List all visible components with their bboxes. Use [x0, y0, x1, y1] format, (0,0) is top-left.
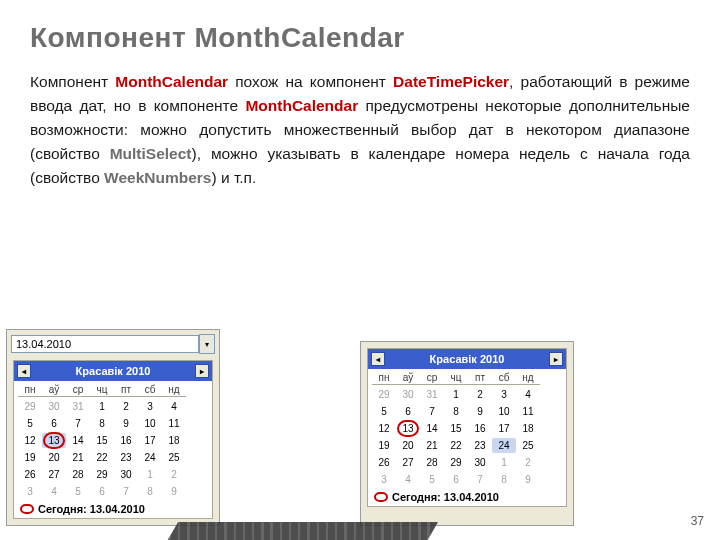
- day-cell[interactable]: 30: [42, 399, 66, 414]
- day-cell[interactable]: 19: [18, 450, 42, 465]
- day-cell[interactable]: 21: [420, 438, 444, 453]
- dow-cell: нд: [162, 382, 186, 397]
- day-cell[interactable]: 23: [114, 450, 138, 465]
- day-cell[interactable]: 4: [396, 472, 420, 487]
- day-cell[interactable]: 5: [66, 484, 90, 499]
- day-cell[interactable]: 25: [162, 450, 186, 465]
- day-cell[interactable]: 7: [420, 404, 444, 419]
- day-cell[interactable]: 19: [372, 438, 396, 453]
- day-cell[interactable]: 12: [372, 421, 396, 436]
- day-cell[interactable]: 27: [396, 455, 420, 470]
- day-cell[interactable]: 29: [372, 387, 396, 402]
- day-cell[interactable]: 5: [420, 472, 444, 487]
- day-cell[interactable]: 27: [42, 467, 66, 482]
- day-cell[interactable]: 22: [444, 438, 468, 453]
- day-cell[interactable]: 21: [66, 450, 90, 465]
- day-cell[interactable]: 26: [372, 455, 396, 470]
- day-cell[interactable]: 25: [516, 438, 540, 453]
- day-cell[interactable]: 1: [138, 467, 162, 482]
- day-cell[interactable]: 1: [492, 455, 516, 470]
- day-cell[interactable]: 2: [162, 467, 186, 482]
- day-cell[interactable]: 28: [420, 455, 444, 470]
- day-cell[interactable]: 1: [90, 399, 114, 414]
- day-cell[interactable]: 4: [162, 399, 186, 414]
- day-cell[interactable]: 5: [18, 416, 42, 431]
- day-cell[interactable]: 8: [90, 416, 114, 431]
- day-cell[interactable]: 8: [138, 484, 162, 499]
- day-cell[interactable]: 9: [516, 472, 540, 487]
- day-cell[interactable]: 14: [420, 421, 444, 436]
- day-cell[interactable]: 8: [444, 404, 468, 419]
- day-cell[interactable]: 10: [138, 416, 162, 431]
- keyword-monthcalendar: MonthCalendar: [115, 73, 228, 90]
- date-input[interactable]: [11, 335, 199, 353]
- day-cell[interactable]: 30: [468, 455, 492, 470]
- day-cell[interactable]: 3: [372, 472, 396, 487]
- day-cell[interactable]: 15: [444, 421, 468, 436]
- day-cell[interactable]: 3: [18, 484, 42, 499]
- day-cell[interactable]: 29: [18, 399, 42, 414]
- day-cell[interactable]: 20: [396, 438, 420, 453]
- next-month-button[interactable]: ▸: [195, 364, 209, 378]
- day-cell[interactable]: 10: [492, 404, 516, 419]
- dow-cell: пн: [18, 382, 42, 397]
- day-cell[interactable]: 9: [468, 404, 492, 419]
- day-cell[interactable]: 22: [90, 450, 114, 465]
- day-cell[interactable]: 6: [444, 472, 468, 487]
- day-cell[interactable]: 15: [90, 433, 114, 448]
- day-cell[interactable]: 1: [444, 387, 468, 402]
- day-cell[interactable]: 24: [138, 450, 162, 465]
- day-cell[interactable]: 17: [492, 421, 516, 436]
- today-label: Сегодня: 13.04.2010: [38, 503, 145, 515]
- day-cell[interactable]: 4: [42, 484, 66, 499]
- day-cell[interactable]: 2: [114, 399, 138, 414]
- day-cell[interactable]: 11: [162, 416, 186, 431]
- today-link[interactable]: Сегодня: 13.04.2010: [368, 488, 566, 506]
- day-cell[interactable]: 31: [66, 399, 90, 414]
- today-link[interactable]: Сегодня: 13.04.2010: [14, 500, 212, 518]
- day-cell[interactable]: 8: [492, 472, 516, 487]
- day-cell[interactable]: 7: [66, 416, 90, 431]
- day-cell[interactable]: 30: [114, 467, 138, 482]
- next-month-button[interactable]: ▸: [549, 352, 563, 366]
- day-cell[interactable]: 20: [42, 450, 66, 465]
- prev-month-button[interactable]: ◂: [17, 364, 31, 378]
- dow-cell: чц: [90, 382, 114, 397]
- day-cell[interactable]: 2: [468, 387, 492, 402]
- day-cell[interactable]: 6: [42, 416, 66, 431]
- day-cell[interactable]: 11: [516, 404, 540, 419]
- week-row: 3456789: [368, 471, 566, 488]
- day-cell[interactable]: 24: [492, 438, 516, 453]
- day-cell[interactable]: 16: [468, 421, 492, 436]
- day-cell[interactable]: 9: [162, 484, 186, 499]
- day-cell[interactable]: 13: [396, 421, 420, 436]
- day-cell[interactable]: 29: [444, 455, 468, 470]
- prev-month-button[interactable]: ◂: [371, 352, 385, 366]
- day-cell[interactable]: 6: [90, 484, 114, 499]
- day-cell[interactable]: 12: [18, 433, 42, 448]
- dropdown-button[interactable]: ▾: [199, 334, 215, 354]
- day-cell[interactable]: 30: [396, 387, 420, 402]
- day-cell[interactable]: 9: [114, 416, 138, 431]
- day-cell[interactable]: 17: [138, 433, 162, 448]
- day-cell[interactable]: 18: [516, 421, 540, 436]
- day-cell[interactable]: 14: [66, 433, 90, 448]
- day-cell[interactable]: 7: [468, 472, 492, 487]
- dow-cell: ср: [420, 370, 444, 385]
- day-cell[interactable]: 5: [372, 404, 396, 419]
- day-cell[interactable]: 23: [468, 438, 492, 453]
- day-cell[interactable]: 4: [516, 387, 540, 402]
- day-cell[interactable]: 26: [18, 467, 42, 482]
- day-cell[interactable]: 3: [492, 387, 516, 402]
- dow-cell: аў: [42, 382, 66, 397]
- day-cell[interactable]: 6: [396, 404, 420, 419]
- day-cell[interactable]: 18: [162, 433, 186, 448]
- day-cell[interactable]: 28: [66, 467, 90, 482]
- day-cell[interactable]: 7: [114, 484, 138, 499]
- day-cell[interactable]: 3: [138, 399, 162, 414]
- day-cell[interactable]: 16: [114, 433, 138, 448]
- day-cell[interactable]: 13: [42, 433, 66, 448]
- day-cell[interactable]: 29: [90, 467, 114, 482]
- day-cell[interactable]: 2: [516, 455, 540, 470]
- day-cell[interactable]: 31: [420, 387, 444, 402]
